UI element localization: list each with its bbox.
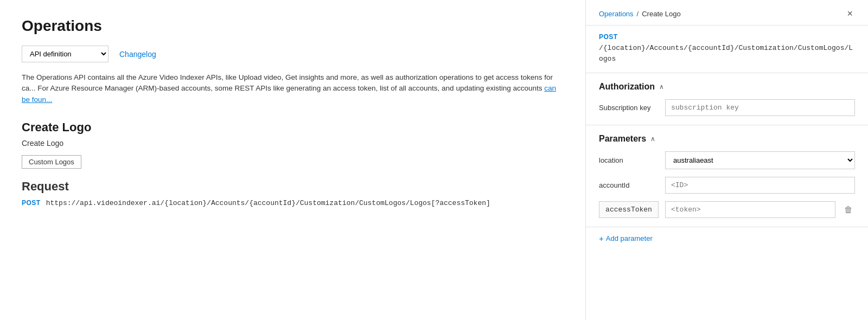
authorization-header: Authorization ∧ — [599, 82, 855, 92]
endpoint-method: POST — [599, 33, 855, 41]
custom-logos-tag[interactable]: Custom Logos — [22, 155, 81, 169]
authorization-chevron-icon: ∧ — [659, 83, 664, 91]
access-token-input[interactable] — [665, 201, 835, 218]
location-label: location — [599, 156, 659, 164]
breadcrumb-operations-link[interactable]: Operations — [599, 10, 634, 18]
access-token-label-box: accessToken — [599, 201, 659, 218]
access-token-row: accessToken 🗑 — [599, 201, 855, 218]
request-url-line: POST https://api.videoindexer.ai/{locati… — [22, 199, 564, 207]
create-logo-subtitle: Create Logo — [22, 139, 564, 148]
breadcrumb-current: Create Logo — [642, 10, 681, 18]
subscription-key-input[interactable] — [665, 99, 855, 116]
subscription-key-label: Subscription key — [599, 104, 659, 112]
delete-icon: 🗑 — [844, 205, 853, 214]
left-panel: Operations API definition Changelog The … — [0, 0, 586, 320]
add-parameter-label: Add parameter — [606, 234, 653, 242]
close-button[interactable]: × — [845, 8, 855, 20]
endpoint-path: /{location}/Accounts/{accountId}/Customi… — [599, 43, 855, 64]
parameters-chevron-icon: ∧ — [650, 135, 655, 143]
request-url: https://api.videoindexer.ai/{location}/A… — [46, 199, 490, 207]
authorization-section: Authorization ∧ Subscription key — [586, 73, 868, 125]
authorization-title: Authorization — [599, 82, 655, 92]
changelog-link[interactable]: Changelog — [119, 50, 156, 59]
page-title: Operations — [22, 17, 564, 35]
breadcrumb: Operations / Create Logo — [599, 10, 681, 18]
request-title: Request — [22, 180, 564, 194]
parameters-title: Parameters — [599, 134, 646, 144]
account-id-param-row: accountId — [599, 177, 855, 194]
description-text: The Operations API contains all the Azur… — [22, 72, 564, 105]
location-select[interactable]: australiaeast eastus westus westeurope n… — [665, 151, 855, 169]
add-parameter-button[interactable]: + Add parameter — [599, 234, 653, 243]
request-section: Request POST https://api.videoindexer.ai… — [22, 180, 564, 207]
parameters-header: Parameters ∧ — [599, 134, 855, 144]
account-id-input[interactable] — [665, 177, 855, 194]
api-definition-select[interactable]: API definition — [22, 46, 108, 62]
account-id-label: accountId — [599, 181, 659, 189]
breadcrumb-separator: / — [637, 10, 639, 18]
toolbar: API definition Changelog — [22, 46, 564, 62]
create-logo-title: Create Logo — [22, 120, 564, 135]
plus-icon: + — [599, 234, 604, 243]
auth-row: Subscription key — [599, 99, 855, 116]
right-header: Operations / Create Logo × — [586, 0, 868, 25]
add-parameter-section: + Add parameter — [586, 227, 868, 252]
request-method-badge: POST — [22, 199, 41, 207]
delete-access-token-button[interactable]: 🗑 — [842, 204, 855, 216]
parameters-section: Parameters ∧ location australiaeast east… — [586, 125, 868, 227]
endpoint-block: POST /{location}/Accounts/{accountId}/Cu… — [586, 25, 868, 73]
right-panel: Operations / Create Logo × POST /{locati… — [586, 0, 868, 320]
location-param-row: location australiaeast eastus westus wes… — [599, 151, 855, 169]
